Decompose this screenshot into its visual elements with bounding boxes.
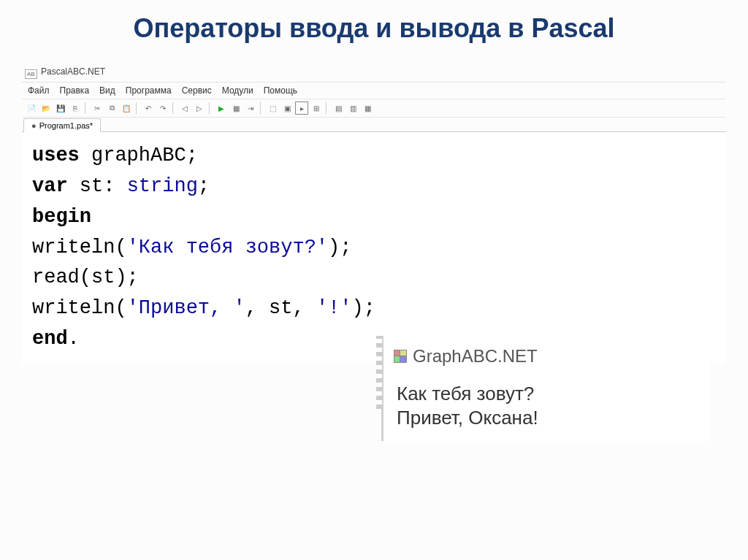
code-text: graphABC; xyxy=(80,145,198,166)
redo-icon[interactable]: ↷ xyxy=(156,101,169,115)
save-all-icon[interactable]: ⎘ xyxy=(69,101,82,115)
app-icon xyxy=(25,66,37,77)
separator-icon xyxy=(326,102,329,114)
tab-bar: ● Program1.pas* xyxy=(22,118,726,132)
slide-title: Операторы ввода и вывода в Pascal xyxy=(0,0,748,64)
open-file-icon[interactable]: 📂 xyxy=(39,101,53,115)
panel2-icon[interactable]: ▣ xyxy=(280,101,294,115)
separator-icon xyxy=(172,102,175,114)
code-text: ); xyxy=(351,297,375,319)
code-text: . xyxy=(68,328,80,350)
menu-edit[interactable]: Правка xyxy=(60,85,90,96)
code-text: ; xyxy=(198,175,210,197)
panel-icon[interactable]: ⬚ xyxy=(266,101,279,115)
graph-app-icon xyxy=(394,350,407,363)
nav-back-icon[interactable]: ◁ xyxy=(178,101,191,115)
new-file-icon[interactable]: 📄 xyxy=(25,101,38,115)
paste-icon[interactable]: 📋 xyxy=(120,101,133,115)
code-text: writeln( xyxy=(32,297,127,319)
ide-window: PascalABC.NET Файл Правка Вид Программа … xyxy=(22,64,726,364)
copy-icon[interactable]: ⧉ xyxy=(105,101,118,115)
undo-icon[interactable]: ↶ xyxy=(142,101,155,115)
output-line: Как тебя зовут? xyxy=(397,383,698,405)
menu-service[interactable]: Сервис xyxy=(182,85,212,96)
cut-icon[interactable]: ✂ xyxy=(91,101,104,115)
output-title-text: GraphABC.NET xyxy=(413,346,538,367)
string-literal: 'Привет, ' xyxy=(127,297,245,319)
kw-uses: uses xyxy=(32,145,80,166)
panel4-icon[interactable]: ⊞ xyxy=(310,101,323,115)
save-icon[interactable]: 💾 xyxy=(54,101,67,115)
separator-icon xyxy=(85,102,88,114)
type-string: string xyxy=(127,175,198,197)
stop-icon[interactable]: ▦ xyxy=(229,101,243,115)
output-title-bar: GraphABC.NET xyxy=(385,340,710,372)
output-body: Как тебя зовут? Привет, Оксана! xyxy=(385,372,710,441)
separator-icon xyxy=(260,102,263,114)
tab-label: Program1.pas* xyxy=(39,121,93,130)
output-line: Привет, Оксана! xyxy=(397,407,698,429)
kw-begin: begin xyxy=(32,206,91,228)
scrollbar-icon[interactable] xyxy=(376,336,382,409)
code-editor[interactable]: uses graphABC; var st: string; begin wri… xyxy=(22,132,726,364)
kw-end: end xyxy=(32,328,68,350)
code-text: st: xyxy=(68,175,127,197)
menu-file[interactable]: Файл xyxy=(28,85,50,96)
menu-program[interactable]: Программа xyxy=(126,85,172,96)
panel7-icon[interactable]: ▦ xyxy=(361,101,374,115)
title-bar: PascalABC.NET xyxy=(22,64,726,82)
output-window: GraphABC.NET Как тебя зовут? Привет, Окс… xyxy=(381,336,710,441)
separator-icon xyxy=(136,102,139,114)
tab-program1[interactable]: ● Program1.pas* xyxy=(23,118,101,132)
separator-icon xyxy=(209,102,212,114)
code-text: writeln( xyxy=(32,237,127,258)
string-literal: 'Как тебя зовут?' xyxy=(127,237,328,258)
menu-bar: Файл Правка Вид Программа Сервис Модули … xyxy=(22,82,726,99)
modified-dot-icon: ● xyxy=(31,121,37,130)
menu-view[interactable]: Вид xyxy=(99,85,115,96)
kw-var: var xyxy=(32,175,68,197)
nav-fwd-icon[interactable]: ▷ xyxy=(193,101,206,115)
toolbar: 📄 📂 💾 ⎘ ✂ ⧉ 📋 ↶ ↷ ◁ ▷ ▶ ▦ ⇥ ⬚ ▣ ▸ ⊞ ▤ ▥ … xyxy=(22,99,726,118)
string-literal: '!' xyxy=(316,297,352,319)
code-text: , st, xyxy=(245,297,316,319)
code-text: read(st); xyxy=(32,266,139,288)
code-text: ); xyxy=(328,237,351,258)
step-icon[interactable]: ⇥ xyxy=(244,101,257,115)
menu-help[interactable]: Помощь xyxy=(264,85,297,96)
app-title: PascalABC.NET xyxy=(41,66,105,77)
panel5-icon[interactable]: ▤ xyxy=(332,101,345,115)
panel6-icon[interactable]: ▥ xyxy=(346,101,359,115)
run-icon[interactable]: ▶ xyxy=(215,101,228,115)
panel3-icon[interactable]: ▸ xyxy=(295,101,308,115)
menu-modules[interactable]: Модули xyxy=(222,85,253,96)
